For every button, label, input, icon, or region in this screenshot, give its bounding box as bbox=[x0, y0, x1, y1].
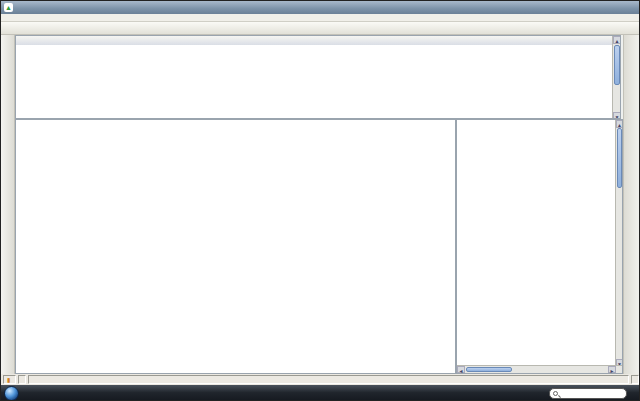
status-entries-cell: ▮ bbox=[3, 375, 16, 384]
report-hscroll-thumb[interactable] bbox=[466, 367, 512, 372]
database-status-icon: ▮ bbox=[7, 376, 10, 383]
phase-analysis-report-panel: ▲ ▼ ◄ ► bbox=[456, 119, 623, 374]
title-bar[interactable]: ▲ bbox=[1, 1, 640, 14]
status-databases-cell bbox=[18, 375, 26, 384]
report-scroll-up-arrow[interactable]: ▲ bbox=[616, 120, 623, 128]
report-vertical-scrollbar[interactable]: ▲ ▼ bbox=[615, 120, 622, 367]
windows-taskbar bbox=[1, 385, 640, 401]
search-icon bbox=[553, 391, 558, 396]
candidate-table: ▲ ▼ bbox=[15, 35, 621, 119]
chart-toolbar-left bbox=[1, 35, 15, 374]
scroll-up-arrow[interactable]: ▲ bbox=[613, 36, 621, 44]
table-vertical-scrollbar[interactable]: ▲ ▼ bbox=[612, 36, 620, 119]
report-scroll-right-arrow[interactable]: ► bbox=[608, 366, 616, 373]
status-bar: ▮ bbox=[1, 374, 640, 385]
candidate-table-header bbox=[16, 36, 620, 45]
status-spacer-cell bbox=[28, 375, 629, 384]
search-input[interactable] bbox=[560, 390, 620, 398]
start-button[interactable] bbox=[4, 386, 19, 401]
report-scroll-thumb[interactable] bbox=[617, 128, 622, 188]
match-app-icon: ▲ bbox=[4, 3, 13, 12]
report-horizontal-scrollbar[interactable]: ◄ ► bbox=[457, 365, 623, 373]
scroll-down-arrow[interactable]: ▼ bbox=[613, 112, 621, 119]
taskbar-search-box[interactable] bbox=[549, 388, 627, 399]
table-scroll-thumb[interactable] bbox=[614, 45, 620, 85]
report-toolbar-right bbox=[623, 35, 640, 374]
main-toolbar bbox=[1, 22, 640, 35]
diffraction-pattern-svg[interactable] bbox=[16, 120, 455, 373]
menu-bar bbox=[1, 14, 640, 22]
status-demo-notice bbox=[631, 375, 639, 384]
report-scroll-left-arrow[interactable]: ◄ bbox=[457, 366, 465, 373]
match-application-window: ▲ ▲ ▼ ▲ ▼ ◄ ► bbox=[0, 0, 640, 401]
diffraction-pattern-chart[interactable] bbox=[15, 119, 456, 374]
